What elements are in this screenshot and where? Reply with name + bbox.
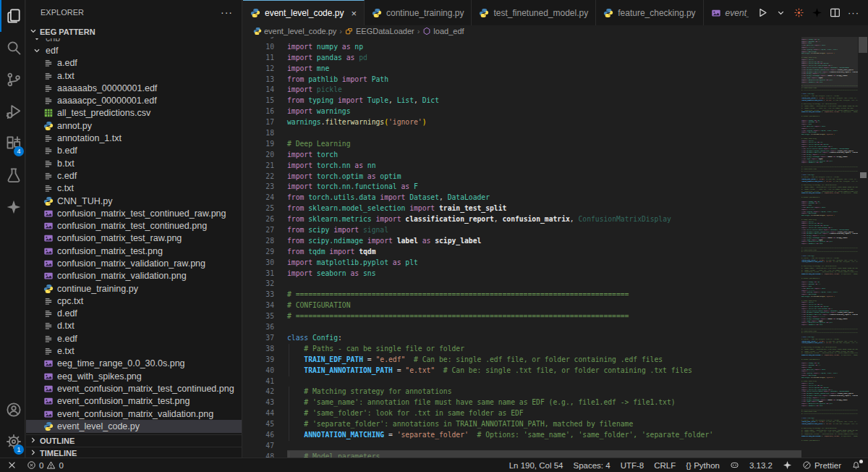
- tree-item-clipped[interactable]: chb: [26, 38, 242, 44]
- breadcrumb[interactable]: event_level_code.py›EEGDataLoader›load_e…: [243, 25, 868, 37]
- activity-extensions[interactable]: 4: [0, 127, 25, 159]
- activity-search[interactable]: [0, 32, 25, 64]
- tree-item-e.txt[interactable]: e.txt: [26, 345, 242, 357]
- tab-continue_training.py[interactable]: continue_training.py: [365, 0, 472, 25]
- tab-event_confusion_matrix_test.png[interactable]: event_confusion_matrix_test.png: [704, 0, 749, 25]
- tree-item-confusion_matrix_test_continued_raw.png[interactable]: confusion_matrix_test_continued_raw.png: [26, 207, 242, 219]
- python-icon: [603, 8, 613, 18]
- tree-item-a.edf[interactable]: a.edf: [26, 57, 242, 69]
- status-encoding[interactable]: UTF-8: [621, 458, 644, 472]
- minimap-line: # ======================================…: [801, 332, 858, 334]
- scrollbar-thumb[interactable]: [859, 37, 867, 53]
- tree-item-CNN_TUH.py[interactable]: CNN_TUH.py: [26, 195, 242, 207]
- activity-settings[interactable]: 1: [0, 426, 25, 458]
- tab-feature_checking.py[interactable]: feature_checking.py: [596, 0, 703, 25]
- status-eol[interactable]: CRLF: [654, 458, 676, 472]
- code-line-25: 25from sklearn.model_selection import tr…: [243, 203, 801, 214]
- activity-source-control[interactable]: [0, 64, 25, 96]
- status-sparkle[interactable]: [783, 458, 792, 472]
- folder-section-header[interactable]: EEG PATTERN: [26, 25, 242, 38]
- activity-accounts[interactable]: [0, 394, 25, 426]
- tree-item-c.edf[interactable]: c.edf: [26, 169, 242, 182]
- sparkle-button[interactable]: [812, 7, 822, 18]
- minimap[interactable]: import numpy as npimport pandas as pdimp…: [801, 37, 858, 458]
- close-icon[interactable]: ×: [351, 8, 357, 19]
- more-actions-icon[interactable]: ···: [221, 7, 233, 18]
- tab-bar: event_level_code.py×continue_training.py…: [243, 0, 868, 25]
- tree-item-confusion_matrix_test_continued.png[interactable]: confusion_matrix_test_continued.png: [26, 219, 242, 232]
- line-number: 15: [243, 96, 287, 106]
- minimap-line: ANNOTATION_MATCHING = 'separate_folder' …: [801, 111, 858, 114]
- tree-item-confusion_matrix_validation.png[interactable]: confusion_matrix_validation.png: [26, 270, 242, 282]
- tree-item-b.edf[interactable]: b.edf: [26, 145, 242, 157]
- minimap-line: TRAIN_ANNOTATION_PATH = "e.txt" # Can be…: [801, 342, 858, 345]
- problems-indicator[interactable]: 00: [27, 458, 64, 472]
- vertical-scrollbar[interactable]: [858, 37, 868, 458]
- tree-item-annot.py[interactable]: annot.py: [26, 119, 242, 132]
- status-language-mode[interactable]: {} Python: [686, 458, 720, 472]
- tree-item-a.txt[interactable]: a.txt: [26, 69, 242, 82]
- tree-item-e.edf[interactable]: e.edf: [26, 332, 242, 345]
- tree-item-aaaaacpc_00000001.edf[interactable]: aaaaacpc_00000001.edf: [26, 94, 242, 106]
- tab-event_level_code.py[interactable]: event_level_code.py×: [243, 0, 365, 25]
- minimap-line: ANNOTATION_MATCHING = 'separate_folder' …: [801, 355, 858, 357]
- activity-testing[interactable]: [0, 159, 25, 191]
- tree-item-event_confusion_matrix_test.png[interactable]: event_confusion_matrix_test.png: [26, 395, 242, 408]
- starburst-button[interactable]: [793, 7, 804, 18]
- notification-dot: [859, 460, 863, 463]
- file-label: eeg_with_spikes.png: [57, 371, 142, 382]
- activity-run-debug[interactable]: [0, 96, 25, 127]
- tree-item-event_level_code.py[interactable]: event_level_code.py: [26, 420, 242, 432]
- file-label: d.txt: [57, 321, 75, 331]
- tree-item-f.edf[interactable]: f.edf: [26, 433, 242, 435]
- status-indentation[interactable]: Spaces: 4: [573, 458, 610, 472]
- tree-item-c.txt[interactable]: c.txt: [26, 182, 242, 195]
- tree-item-eeg_with_spikes.png[interactable]: eeg_with_spikes.png: [26, 370, 242, 382]
- tree-item-aaaaaabs_00000001.edf[interactable]: aaaaaabs_00000001.edf: [26, 82, 242, 94]
- python-icon: [43, 121, 54, 131]
- status-cursor-position[interactable]: Ln 190, Col 54: [509, 458, 563, 472]
- breadcrumb-item-load_edf[interactable]: load_edf: [422, 27, 464, 35]
- tree-item-continue_training.py[interactable]: continue_training.py: [26, 282, 242, 295]
- horizontal-scrollbar[interactable]: [287, 450, 801, 458]
- tree-item-event_confusion_matrix_validation.png[interactable]: event_confusion_matrix_validation.png: [26, 408, 242, 420]
- line-number: 44: [243, 408, 287, 419]
- tree-item-d.txt[interactable]: d.txt: [26, 320, 242, 332]
- remote-indicator[interactable]: [7, 458, 17, 472]
- status-python-version[interactable]: 3.13.2: [749, 458, 773, 472]
- tree-item-cpc.txt[interactable]: cpc.txt: [26, 295, 242, 307]
- split-editor-button[interactable]: [830, 7, 841, 18]
- activity-explorer[interactable]: [0, 0, 25, 32]
- more-actions-button[interactable]: ···: [848, 7, 859, 18]
- minimap-slider[interactable]: [801, 37, 858, 88]
- tree-item-event_confusion_matrix_test_continued.png[interactable]: event_confusion_matrix_test_continued.pn…: [26, 382, 242, 395]
- line-number: 36: [243, 322, 287, 333]
- file-label: b.txt: [57, 159, 75, 169]
- run-dropdown[interactable]: [775, 7, 786, 18]
- breadcrumb-item-event_level_code.py[interactable]: event_level_code.py: [253, 27, 336, 35]
- status-notifications[interactable]: [851, 458, 861, 472]
- status-copilot[interactable]: [730, 458, 739, 472]
- code-editor[interactable]: 910import numpy as np11import pandas as …: [243, 37, 801, 458]
- image-icon: [43, 221, 54, 231]
- tree-item-eeg_time_range_0.0_30.0s.png[interactable]: eeg_time_range_0.0_30.0s.png: [26, 358, 242, 370]
- status-prettier[interactable]: Prettier: [802, 458, 841, 472]
- tree-item-b.txt[interactable]: b.txt: [26, 157, 242, 169]
- activity-chat[interactable]: [0, 191, 25, 223]
- timeline-section[interactable]: TIMELINE: [26, 447, 242, 458]
- tree-item-confusion_matrix_validation_raw.png[interactable]: confusion_matrix_validation_raw.png: [26, 257, 242, 269]
- tree-item-confusion_matrix_test_raw.png[interactable]: confusion_matrix_test_raw.png: [26, 232, 242, 245]
- code-line-30: 30import matplotlib.pyplot as plt: [243, 258, 801, 269]
- outline-section[interactable]: OUTLINE: [26, 434, 242, 447]
- tree-item-edf[interactable]: edf: [26, 44, 242, 56]
- code-line-10: 10import numpy as np: [243, 42, 801, 53]
- run-button[interactable]: [757, 7, 768, 18]
- tree-item-annotation_1.txt[interactable]: annotation_1.txt: [26, 132, 242, 144]
- code-line-26: 26from sklearn.metrics import classifica…: [243, 214, 801, 225]
- breadcrumb-item-EEGDataLoader[interactable]: EEGDataLoader: [345, 27, 414, 35]
- tab-test_finetuned_model.py[interactable]: test_finetuned_model.py: [472, 0, 596, 25]
- tree-item-d.edf[interactable]: d.edf: [26, 308, 242, 320]
- tree-item-confusion_matrix_test.png[interactable]: confusion_matrix_test.png: [26, 245, 242, 257]
- tree-item-all_test_predictions.csv[interactable]: all_test_predictions.csv: [26, 107, 242, 119]
- code-line-42: 42 # Matching strategy for annotations: [243, 387, 801, 397]
